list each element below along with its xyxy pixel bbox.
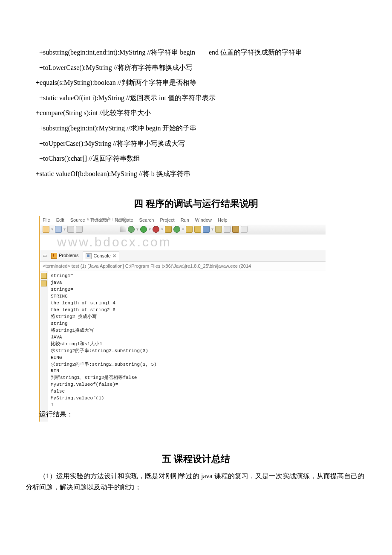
menu-run[interactable]: Run: [181, 217, 189, 224]
method-item: +compare(String s):int //比较字符串大小: [26, 107, 366, 119]
minimize-icon[interactable]: ▭: [43, 252, 47, 260]
menu-window[interactable]: Window: [195, 217, 212, 224]
print-icon[interactable]: [76, 226, 83, 233]
console-output: string1= java string2= STRING the length…: [48, 271, 326, 422]
menu-source[interactable]: Source: [70, 217, 85, 224]
dropdown-icon[interactable]: ▾: [136, 226, 138, 233]
method-item: +toUpperCase():MyString //将字符串小写换成大写: [26, 138, 366, 149]
close-icon[interactable]: ✕: [112, 252, 116, 260]
tab-console-label: Console: [93, 252, 110, 260]
tab-problems-label: Problems: [59, 252, 78, 260]
new-icon[interactable]: [43, 226, 49, 233]
folder-icon[interactable]: [186, 226, 193, 233]
run-result-label: 运行结果：: [39, 409, 73, 422]
menu-file[interactable]: File: [43, 217, 50, 224]
left-gutter: [40, 271, 48, 422]
gutter-icon[interactable]: [41, 280, 47, 286]
dropdown-icon[interactable]: ▾: [211, 226, 213, 233]
problems-icon: [51, 253, 57, 259]
dropdown-icon[interactable]: ▾: [63, 226, 66, 233]
open-type-icon[interactable]: [173, 226, 180, 233]
dropdown-icon[interactable]: ▾: [161, 226, 163, 233]
task-icon[interactable]: [215, 226, 222, 233]
menu-search[interactable]: Search: [139, 217, 154, 224]
ide-screenshot: File Edit Source Refactor Navigate Searc…: [39, 216, 326, 422]
method-item: +toChars():char[] //返回字符串数组: [26, 153, 366, 164]
method-item: +equals(s:MyString):boolean //判断两个字符串是否相…: [26, 77, 366, 88]
dropdown-icon[interactable]: ▾: [149, 226, 151, 233]
search-tool-icon[interactable]: [203, 226, 210, 233]
save-icon[interactable]: [55, 226, 62, 233]
menu-project[interactable]: Project: [160, 217, 174, 224]
section-4-heading: 四 程序的调试与运行结果说明: [26, 196, 366, 211]
folder2-icon[interactable]: [194, 226, 201, 233]
dropdown-icon[interactable]: ▾: [51, 226, 53, 233]
new-package-icon[interactable]: [165, 226, 172, 233]
ide-menu-bar: File Edit Source Refactor Navigate Searc…: [40, 216, 326, 225]
method-item: +substring(begin:int,end:int):MyString /…: [26, 47, 366, 58]
menu-help[interactable]: Help: [218, 217, 228, 224]
watermark-text: www.bdocx.com: [57, 232, 172, 252]
gutter-icon[interactable]: [41, 273, 47, 279]
wand-icon[interactable]: [120, 226, 126, 232]
method-list: +substring(begin:int,end:int):MyString /…: [26, 47, 366, 179]
console-body: string1= java string2= STRING the length…: [40, 271, 326, 422]
run-last-icon[interactable]: [153, 226, 159, 233]
document-page: +substring(begin:int,end:int):MyString /…: [0, 0, 392, 522]
extra-icon[interactable]: [241, 226, 248, 233]
ide-toolbar: ▾ ▾ ▾ ▾ ▾ ▾ ▾: [40, 225, 326, 234]
network-overlay: 67% ↑ 220K/s ↓ 219K/s: [87, 216, 127, 222]
summary-paragraph-1: （1）运用实验的方法设计和实现，既是对刚刚学过的 java 课程的复习，又是一次…: [26, 471, 366, 492]
method-item: +static valueOf(int i):MyString //返回表示 i…: [26, 92, 366, 104]
tab-problems[interactable]: Problems: [51, 252, 78, 260]
dropdown-icon[interactable]: ▾: [182, 226, 184, 233]
run-icon[interactable]: [140, 226, 147, 233]
save-all-icon[interactable]: [67, 226, 74, 233]
section-5-heading: 五 课程设计总结: [26, 451, 366, 466]
ide-editor-blank: www.bdocx.com: [40, 234, 326, 250]
ide-view-tabs: ▭ Problems Console ✕: [40, 250, 326, 262]
run-result-row: 运行结果： File Edit Source Refactor Navigate…: [39, 216, 366, 422]
method-item: +static valueOf(b:boolean):MyString //将 …: [26, 168, 366, 179]
tab-console[interactable]: Console ✕: [83, 251, 119, 261]
console-icon: [86, 253, 92, 259]
method-item: +toLowerCase():MyString //将所有字符串都换成小写: [26, 62, 366, 73]
terminated-line: <terminated> test (1) [Java Application]…: [40, 262, 326, 272]
highlight-icon[interactable]: [232, 226, 239, 233]
edit-icon[interactable]: [224, 226, 231, 233]
menu-edit[interactable]: Edit: [56, 217, 64, 224]
method-item: +substring(begin:int):MyString //求冲 begi…: [26, 123, 366, 134]
debug-icon[interactable]: [128, 226, 135, 233]
